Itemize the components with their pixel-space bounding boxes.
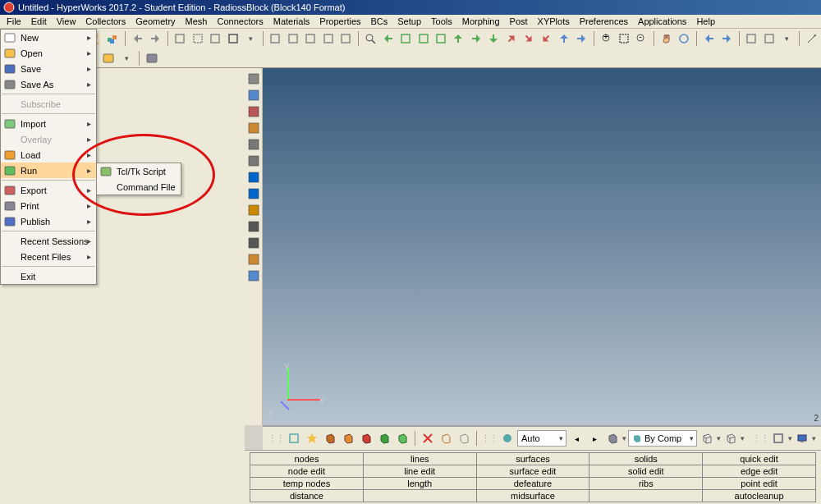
mask2-icon[interactable] [190,30,205,47]
menu-edit[interactable]: Edit [26,16,52,27]
panel-node-edit[interactable]: node edit [250,465,364,478]
menu-applications[interactable]: Applications [633,16,691,27]
card-icon[interactable] [246,121,261,135]
menu-xyplots[interactable]: XYPlots [533,16,575,27]
rot2-icon[interactable] [468,30,484,47]
menuitem-new[interactable]: New [1,30,96,45]
menu-tools[interactable]: Tools [426,16,457,27]
menu-post[interactable]: Post [505,16,533,27]
menu-file[interactable]: File [2,16,26,27]
panel-nodes[interactable]: nodes [250,453,364,465]
menuitem-recent-files[interactable]: Recent Files [1,249,96,264]
xform-icon[interactable] [804,30,819,47]
box-icon[interactable] [246,268,261,283]
panel-defeature[interactable]: defeature [476,478,589,490]
panel5-icon[interactable] [337,30,353,47]
panel2-icon[interactable] [285,30,300,47]
panel4-icon[interactable] [320,30,336,47]
arr-l-icon[interactable] [701,30,717,47]
model-icon[interactable] [246,71,261,86]
xz-icon[interactable] [433,30,448,47]
menuitem-publish[interactable]: Publish [1,213,96,229]
panel-lines[interactable]: lines [363,453,476,465]
open2-icon[interactable] [100,50,117,66]
wire-cube1-icon[interactable] [699,430,715,447]
dd3-icon[interactable]: ▾ [779,30,795,47]
menu-help[interactable]: Help [691,16,720,27]
menuitem-load[interactable]: Load [1,147,96,163]
menu-view[interactable]: View [52,16,81,27]
box1-icon[interactable] [322,430,338,447]
abc-icon[interactable] [246,219,261,234]
panel3-icon[interactable] [303,30,319,47]
menuitem-save-as[interactable]: Save As [1,76,96,92]
menu-preferences[interactable]: Preferences [575,16,633,27]
box3-icon[interactable] [358,430,374,447]
menuitem-tcl-tk-script[interactable]: Tcl/Tk Script [97,163,181,179]
mask-icon[interactable] [246,104,261,119]
zoom-out-icon[interactable]: - [634,30,649,47]
rot7-icon[interactable] [556,30,571,47]
panel-edge-edit[interactable]: edge edit [703,465,816,478]
mode-icon[interactable] [499,430,516,447]
hand-icon[interactable] [658,30,674,47]
print2-icon[interactable] [144,50,160,66]
undo-icon[interactable] [130,30,145,47]
entity-icon[interactable] [246,88,261,103]
copy-icon[interactable] [761,30,777,47]
drag-handle-2[interactable]: ⋮⋮ [481,433,498,444]
menu-mesh[interactable]: Mesh [181,16,213,27]
rot4-icon[interactable] [503,30,519,47]
dd2-icon[interactable]: ▾ [242,30,258,47]
menu-collectors[interactable]: Collectors [80,16,131,27]
drag-handle[interactable]: ⋮⋮ [268,433,284,444]
cubes-icon[interactable] [105,30,121,47]
rot3-icon[interactable] [486,30,502,47]
panel-line-edit[interactable]: line edit [363,465,476,478]
menuitem-exit[interactable]: Exit [1,268,96,284]
menu-bcs[interactable]: BCs [366,16,393,27]
rot6-icon[interactable] [539,30,554,47]
mag-icon[interactable] [363,30,378,47]
solid-cube-icon[interactable] [604,430,621,447]
menuitem-import[interactable]: Import [1,116,96,131]
zoom-area-icon[interactable] [616,30,631,47]
wire2-icon[interactable] [456,430,472,447]
star-icon[interactable] [304,430,320,447]
menuitem-run[interactable]: Run [1,163,96,178]
next-icon[interactable]: ▸ [586,430,603,447]
monitor-icon[interactable] [794,430,810,447]
yz-icon[interactable] [415,30,431,47]
panel-solid-edit[interactable]: solid edit [589,465,703,478]
box2-icon[interactable] [340,430,356,447]
panel-solids[interactable]: solids [589,453,703,465]
xy-icon[interactable] [398,30,414,47]
auto-combo[interactable]: Auto [517,430,566,447]
plot-icon[interactable] [246,252,261,267]
drag-handle-3[interactable]: ⋮⋮ [752,433,768,444]
display-icon[interactable] [225,30,241,47]
menu-properties[interactable]: Properties [314,16,365,27]
box5-icon[interactable] [394,430,410,447]
mask3-icon[interactable] [208,30,223,47]
shaded-icon[interactable] [286,430,302,447]
menuitem-recent-sessions[interactable]: Recent Sessions [1,233,96,249]
panel-ribs[interactable]: ribs [589,478,703,490]
panel-point-edit[interactable]: point edit [703,478,816,490]
abc2-icon[interactable] [246,236,261,250]
panel-quick-edit[interactable]: quick edit [703,453,816,465]
clip-icon[interactable] [744,30,759,47]
del-red-icon[interactable] [420,430,436,447]
bycomp-combo[interactable]: By Comp [628,430,697,447]
panel-surfaces[interactable]: surfaces [476,453,589,465]
panel-distance[interactable]: distance [250,490,364,502]
dd4-icon[interactable]: ▾ [118,50,135,66]
list2-icon[interactable] [246,153,261,168]
panel-midsurface[interactable]: midsurface [476,490,589,502]
viewport-3d[interactable]: Y X Z 2 [263,68,821,425]
redo-icon[interactable] [147,30,163,47]
panel1-icon[interactable] [268,30,283,47]
rot1-icon[interactable] [451,30,466,47]
panel-length[interactable]: length [363,478,476,490]
panel-autocleanup[interactable]: autocleanup [703,490,816,502]
